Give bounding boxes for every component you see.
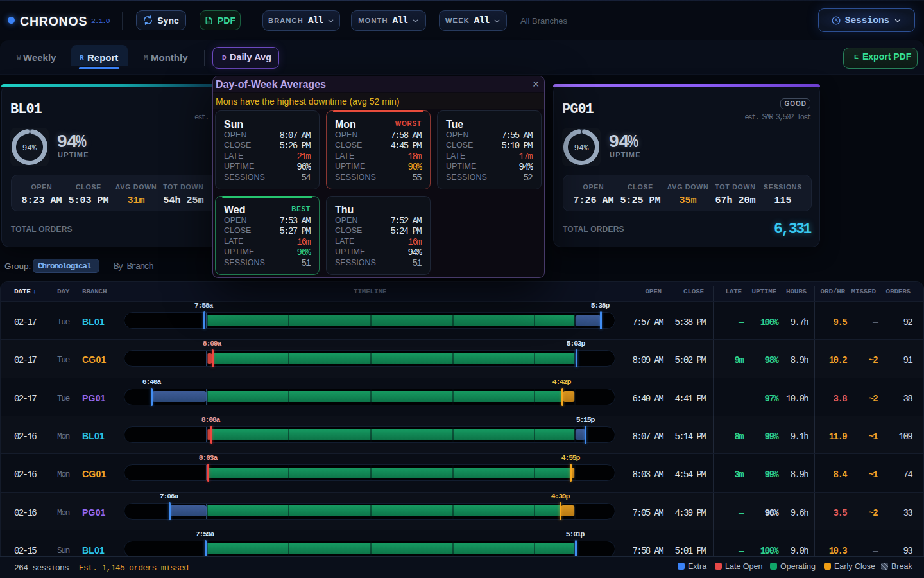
svg-text:94%: 94% [574, 144, 589, 153]
svg-text:94%: 94% [22, 144, 37, 153]
